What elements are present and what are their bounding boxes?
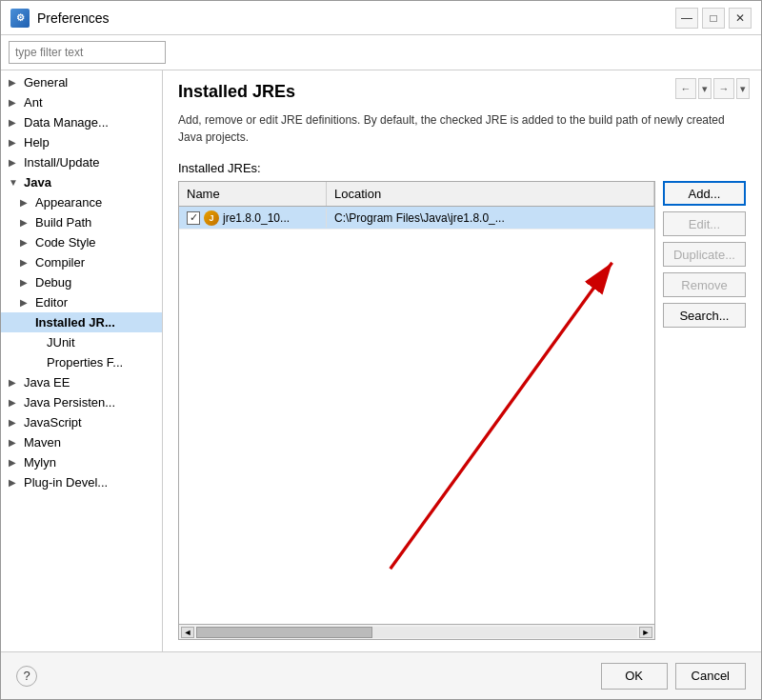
panel-description: Add, remove or edit JRE definitions. By … <box>178 111 746 146</box>
sidebar-label-maven: Maven <box>24 435 61 450</box>
arrow-icon: ▶ <box>20 197 31 208</box>
button-panel: Add... Edit... Duplicate... Remove Searc… <box>663 181 746 640</box>
sidebar-label-java-persistence: Java Persisten... <box>24 395 115 410</box>
jre-checkbox[interactable] <box>187 211 200 225</box>
sidebar-label-java: Java <box>24 175 51 190</box>
sidebar-item-java-ee[interactable]: ▶ Java EE <box>1 372 162 392</box>
sidebar-item-java-persistence[interactable]: ▶ Java Persisten... <box>1 392 162 412</box>
remove-button[interactable]: Remove <box>663 272 746 297</box>
minimize-button[interactable]: — <box>675 8 698 29</box>
sidebar-item-debug[interactable]: ▶ Debug <box>1 272 162 292</box>
dialog-title: Preferences <box>37 10 109 26</box>
edit-button[interactable]: Edit... <box>663 211 746 236</box>
sidebar-item-ant[interactable]: ▶ Ant <box>1 92 162 112</box>
sidebar-label-java-ee: Java EE <box>24 375 70 390</box>
table-body: J jre1.8.0_10... C:\Program Files\Java\j… <box>179 207 654 624</box>
panel-title: Installed JREs <box>178 82 746 102</box>
sidebar-item-installed-jres[interactable]: Installed JR... <box>1 312 162 332</box>
arrow-icon: ▶ <box>20 257 31 268</box>
arrow-icon: ▶ <box>9 77 20 88</box>
forward-dropdown-button[interactable]: ▾ <box>736 78 750 99</box>
sidebar-label-data-management: Data Manage... <box>24 115 109 130</box>
sidebar-item-general[interactable]: ▶ General <box>1 72 162 92</box>
sidebar-item-maven[interactable]: ▶ Maven <box>1 432 162 452</box>
table-row[interactable]: J jre1.8.0_10... C:\Program Files\Java\j… <box>179 207 654 230</box>
forward-button[interactable]: → <box>713 78 734 99</box>
arrow-icon: ▶ <box>9 157 20 168</box>
main-content: ▶ General ▶ Ant ▶ Data Manage... ▶ Help … <box>1 70 761 651</box>
arrow-icon: ▶ <box>20 277 31 288</box>
sidebar-item-install-update[interactable]: ▶ Install/Update <box>1 152 162 172</box>
sidebar-item-junit[interactable]: JUnit <box>1 332 162 352</box>
sidebar-label-editor: Editor <box>35 295 68 310</box>
sidebar-item-code-style[interactable]: ▶ Code Style <box>1 232 162 252</box>
arrow-icon: ▼ <box>9 177 20 188</box>
sidebar-label-ant: Ant <box>24 95 43 110</box>
arrow-icon: ▶ <box>9 137 20 148</box>
arrow-icon: ▶ <box>9 477 20 488</box>
sidebar-item-appearance[interactable]: ▶ Appearance <box>1 192 162 212</box>
arrow-icon: ▶ <box>9 417 20 428</box>
column-header-location: Location <box>327 182 654 206</box>
scroll-track[interactable] <box>196 627 637 638</box>
section-label: Installed JREs: <box>178 161 746 175</box>
arrow-icon: ▶ <box>9 397 20 408</box>
arrow-icon: ▶ <box>9 437 20 448</box>
back-dropdown-button[interactable]: ▾ <box>698 78 712 99</box>
preferences-icon: ⚙ <box>10 9 30 28</box>
arrow-icon: ▶ <box>20 217 31 228</box>
jre-table: Name Location J jre1.8.0_10... C <box>178 181 655 640</box>
preferences-dialog: ⚙ Preferences — □ ✕ ▶ General ▶ Ant ▶ Da… <box>0 0 762 700</box>
sidebar-label-install-update: Install/Update <box>24 155 100 170</box>
sidebar-item-plug-in-devel[interactable]: ▶ Plug-in Devel... <box>1 472 162 492</box>
sidebar-label-appearance: Appearance <box>35 195 102 210</box>
sidebar-item-properties-files[interactable]: Properties F... <box>1 352 162 372</box>
jre-table-container: Name Location J jre1.8.0_10... C <box>178 181 746 640</box>
close-button[interactable]: ✕ <box>729 8 752 29</box>
arrow-icon: ▶ <box>9 97 20 108</box>
panel-nav-bar: ← ▾ → ▾ <box>675 78 750 99</box>
sidebar-item-java[interactable]: ▼ Java <box>1 172 162 192</box>
sidebar-label-code-style: Code Style <box>35 235 96 250</box>
search-input[interactable] <box>9 41 166 64</box>
maximize-button[interactable]: □ <box>702 8 725 29</box>
sidebar-item-build-path[interactable]: ▶ Build Path <box>1 212 162 232</box>
sidebar-label-general: General <box>24 75 68 90</box>
sidebar-label-properties-files: Properties F... <box>47 355 123 370</box>
sidebar-label-mylyn: Mylyn <box>24 455 56 470</box>
table-header: Name Location <box>179 182 654 207</box>
sidebar-label-installed-jres: Installed JR... <box>35 315 115 330</box>
add-button[interactable]: Add... <box>663 181 746 206</box>
sidebar: ▶ General ▶ Ant ▶ Data Manage... ▶ Help … <box>1 70 163 651</box>
help-button[interactable]: ? <box>16 666 37 687</box>
right-panel: ← ▾ → ▾ Installed JREs Add, remove or ed… <box>163 70 761 651</box>
jre-location-cell: C:\Program Files\Java\jre1.8.0_... <box>327 210 654 227</box>
column-header-name: Name <box>179 182 327 206</box>
dialog-footer: ? OK Cancel <box>1 651 761 699</box>
sidebar-item-help[interactable]: ▶ Help <box>1 132 162 152</box>
scroll-left-button[interactable]: ◄ <box>181 627 194 638</box>
sidebar-item-mylyn[interactable]: ▶ Mylyn <box>1 452 162 472</box>
sidebar-label-plug-in-devel: Plug-in Devel... <box>24 475 108 490</box>
dialog-action-buttons: OK Cancel <box>601 663 746 690</box>
sidebar-item-editor[interactable]: ▶ Editor <box>1 292 162 312</box>
cancel-button[interactable]: Cancel <box>675 663 746 690</box>
scroll-right-button[interactable]: ► <box>639 627 652 638</box>
arrow-icon: ▶ <box>20 237 31 248</box>
search-bar <box>1 35 761 70</box>
back-button[interactable]: ← <box>675 78 696 99</box>
title-bar-left: ⚙ Preferences <box>10 9 109 28</box>
ok-button[interactable]: OK <box>601 663 668 690</box>
sidebar-item-javascript[interactable]: ▶ JavaScript <box>1 412 162 432</box>
sidebar-label-javascript: JavaScript <box>24 415 82 430</box>
duplicate-button[interactable]: Duplicate... <box>663 242 746 267</box>
arrow-icon: ▶ <box>9 457 20 468</box>
sidebar-label-debug: Debug <box>35 275 71 290</box>
arrow-icon: ▶ <box>20 297 31 308</box>
search-button[interactable]: Search... <box>663 303 746 328</box>
sidebar-label-compiler: Compiler <box>35 255 85 270</box>
sidebar-item-data-management[interactable]: ▶ Data Manage... <box>1 112 162 132</box>
table-scrollbar: ◄ ► <box>179 624 654 639</box>
jre-location: C:\Program Files\Java\jre1.8.0_... <box>334 211 505 225</box>
sidebar-item-compiler[interactable]: ▶ Compiler <box>1 252 162 272</box>
